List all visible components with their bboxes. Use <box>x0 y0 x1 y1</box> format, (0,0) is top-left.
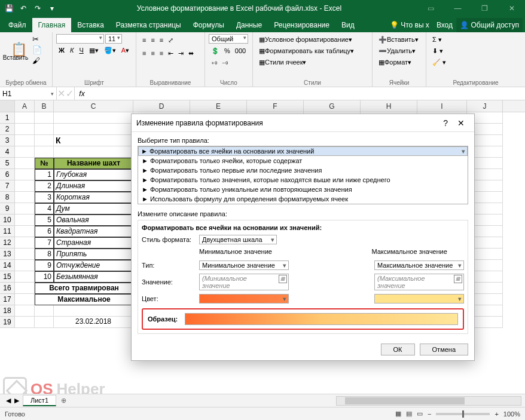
cell[interactable] <box>15 112 35 124</box>
fill[interactable]: ⬇ ▾ <box>430 45 445 56</box>
row-header[interactable]: 19 <box>0 317 14 328</box>
font-size[interactable]: 11 <box>105 34 122 44</box>
close-icon[interactable]: ✕ <box>498 0 525 17</box>
rule-item[interactable]: ► Использовать формулу для определения ф… <box>138 194 468 204</box>
format-style-select[interactable]: Двухцветная шкала <box>199 235 277 244</box>
col-header[interactable]: H <box>361 100 417 112</box>
name-box[interactable]: H1 <box>0 87 57 100</box>
align-center[interactable]: ≡ <box>148 48 157 59</box>
row-header[interactable]: 5 <box>0 158 14 169</box>
col-header[interactable]: B <box>35 100 54 112</box>
max-type-select[interactable]: Максимальное значение <box>374 260 464 270</box>
maximize-icon[interactable]: ❐ <box>471 0 498 17</box>
cell[interactable]: 9 <box>35 260 54 271</box>
cell[interactable] <box>35 135 54 146</box>
fill-color-button[interactable]: 🪣▾ <box>102 45 118 56</box>
rule-item[interactable]: ► Форматировать все ячейки на основании … <box>138 146 468 156</box>
rule-item[interactable]: ► Форматировать только уникальные или по… <box>138 185 468 194</box>
conditional-formatting[interactable]: ▦ Условное форматирование ▾ <box>257 34 355 45</box>
row-header[interactable]: 17 <box>0 294 14 305</box>
cell[interactable]: 5 <box>35 214 54 226</box>
row-header[interactable]: 11 <box>0 226 14 237</box>
copy-icon[interactable]: 📄 <box>30 45 39 54</box>
dec-dec[interactable]: ⁻⁰ <box>219 59 230 69</box>
cell[interactable] <box>35 146 54 158</box>
border-button[interactable]: ▦▾ <box>87 45 101 56</box>
tab-data[interactable]: Данные <box>230 18 268 32</box>
cell[interactable] <box>15 169 35 180</box>
sheet-nav-first[interactable]: ◀ <box>4 397 13 404</box>
align-right[interactable]: ≡ <box>157 48 166 59</box>
col-header[interactable]: I <box>417 100 467 112</box>
italic-button[interactable]: К <box>68 45 76 56</box>
tab-review[interactable]: Рецензирование <box>268 18 335 32</box>
min-value-input[interactable]: (Минимальное значение▦ <box>199 274 289 290</box>
cell[interactable] <box>15 294 35 305</box>
percent[interactable]: % <box>222 45 233 56</box>
cell[interactable] <box>15 305 35 317</box>
cell[interactable]: Максимальное <box>35 294 133 305</box>
autosum[interactable]: Σ ▾ <box>430 34 444 45</box>
format-painter-icon[interactable]: 🖌 <box>30 56 39 65</box>
cell[interactable]: Странная <box>54 237 133 249</box>
cell[interactable]: Отчуждение <box>54 260 133 271</box>
clear[interactable]: 🧹 ▾ <box>430 57 448 68</box>
bold-button[interactable]: Ж <box>56 45 67 56</box>
cell[interactable] <box>15 158 35 169</box>
save-icon[interactable]: 💾 <box>2 2 16 15</box>
cell-styles[interactable]: ▦ Стили ячеек ▾ <box>257 57 309 68</box>
cell[interactable]: Название шахт <box>54 158 133 169</box>
cell[interactable]: Короткая <box>54 192 133 203</box>
row-header[interactable]: 2 <box>0 124 14 135</box>
cell[interactable]: № <box>35 158 54 169</box>
row-header[interactable]: 14 <box>0 260 14 271</box>
cell[interactable]: 1 <box>35 169 54 180</box>
cell[interactable]: Безымянная <box>54 271 133 283</box>
row-header[interactable]: 6 <box>0 169 14 180</box>
cell[interactable] <box>54 124 133 135</box>
align-mid[interactable]: ≡ <box>148 35 157 45</box>
orientation[interactable]: ⤢ <box>166 35 176 46</box>
row-header[interactable]: 7 <box>0 180 14 192</box>
format-as-table[interactable]: ▦ Форматировать как таблицу ▾ <box>257 45 356 56</box>
help-button[interactable]: ? <box>438 116 453 130</box>
min-type-select[interactable]: Минимальное значение <box>199 260 289 270</box>
cell[interactable] <box>54 112 133 124</box>
rule-item[interactable]: ► Форматировать только ячейки, которые с… <box>138 156 468 165</box>
cell[interactable] <box>15 237 35 249</box>
row-header[interactable]: 1 <box>0 112 14 124</box>
delete-cells[interactable]: ➖ Удалить ▾ <box>376 45 418 56</box>
cell[interactable]: Длинная <box>54 180 133 192</box>
insert-cells[interactable]: ➕ Вставить ▾ <box>376 34 421 45</box>
underline-button[interactable]: Ч <box>77 45 86 56</box>
row-header[interactable]: 8 <box>0 192 14 203</box>
cut-icon[interactable]: ✂ <box>30 34 39 44</box>
cell[interactable]: Всего травмирован <box>35 283 133 294</box>
format-cells[interactable]: ▦ Формат ▾ <box>376 57 414 68</box>
font-color-button[interactable]: A▾ <box>119 45 132 56</box>
cell[interactable] <box>35 112 54 124</box>
range-ref-icon[interactable]: ▦ <box>279 275 287 283</box>
tab-formulas[interactable]: Формулы <box>187 18 230 32</box>
cell[interactable]: Припять <box>54 249 133 260</box>
row-header[interactable]: 13 <box>0 249 14 260</box>
redo-icon[interactable]: ↷ <box>31 2 44 15</box>
cell[interactable]: Овальная <box>54 214 133 226</box>
sign-in[interactable]: Вход <box>433 18 456 32</box>
cell[interactable] <box>15 271 35 283</box>
align-top[interactable]: ≡ <box>140 35 148 45</box>
tab-layout[interactable]: Разметка страницы <box>110 18 187 32</box>
cell[interactable]: 10 <box>35 271 54 283</box>
row-header[interactable]: 16 <box>0 283 14 294</box>
tab-home[interactable]: Главная <box>32 18 72 32</box>
col-header[interactable]: G <box>304 100 361 112</box>
zoom-slider[interactable] <box>436 413 490 415</box>
qat-more-icon[interactable]: ▾ <box>45 2 59 15</box>
sheet-nav-last[interactable]: ▶ <box>13 397 23 404</box>
share-button[interactable]: 👤 Общий доступ <box>456 18 523 32</box>
cell[interactable] <box>15 260 35 271</box>
horizontal-scrollbar[interactable] <box>336 396 521 406</box>
cell[interactable]: Глубокая <box>54 169 133 180</box>
sheet-tab[interactable]: Лист1 <box>23 395 56 406</box>
tab-view[interactable]: Вид <box>335 18 361 32</box>
